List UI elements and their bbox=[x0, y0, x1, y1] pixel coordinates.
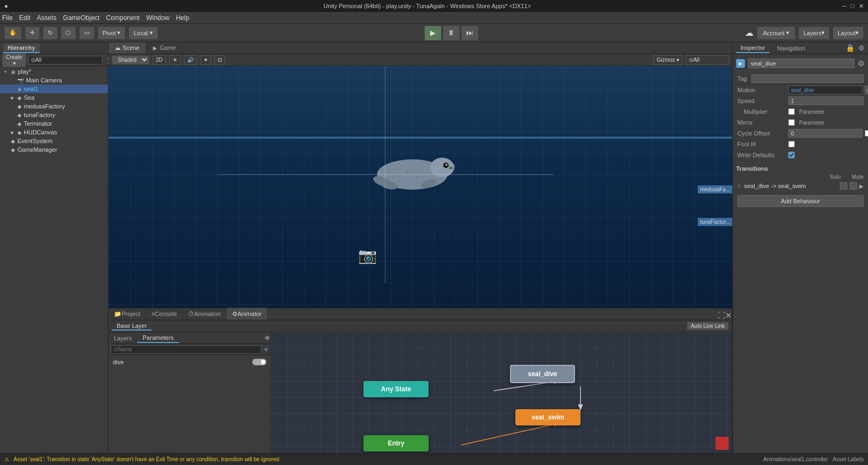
close-btn[interactable]: ✕ bbox=[859, 3, 864, 10]
pause-button[interactable]: ⏸ bbox=[443, 25, 460, 41]
sidebar-tabs: Layers Parameters 👁 bbox=[108, 332, 271, 344]
inspector-name-field[interactable] bbox=[748, 59, 854, 68]
write-defaults-checkbox[interactable] bbox=[788, 152, 795, 158]
animator-graph[interactable]: Any State Entry seal_dive bbox=[271, 332, 732, 453]
scene-extras-btn[interactable]: ⊡ bbox=[214, 55, 225, 65]
layers-tab[interactable]: Layers bbox=[108, 334, 137, 343]
mute-btn-1[interactable] bbox=[850, 182, 857, 190]
hierarchy-item-eventsystem[interactable]: ◈ EventSystem bbox=[0, 137, 108, 145]
shading-dropdown[interactable]: Shaded bbox=[112, 55, 149, 64]
tuna-icon: ◈ bbox=[17, 112, 22, 118]
console-tab[interactable]: ≡ Console bbox=[146, 308, 183, 320]
hierarchy-item-tunafactory[interactable]: ◈ tunaFactory bbox=[0, 111, 108, 119]
menu-file[interactable]: File bbox=[2, 14, 12, 22]
speed-value-field[interactable] bbox=[788, 96, 864, 105]
menu-component[interactable]: Component bbox=[106, 14, 139, 22]
entry-node[interactable]: Entry bbox=[363, 435, 429, 451]
hierarchy-item-sea[interactable]: ▶ ◈ Sea bbox=[0, 93, 108, 102]
menu-gameobject[interactable]: GameObject bbox=[63, 14, 99, 22]
hierarchy-create-btn[interactable]: Create ▾ bbox=[2, 53, 26, 67]
params-add-btn[interactable]: + bbox=[264, 345, 269, 354]
exit-node[interactable] bbox=[716, 437, 729, 450]
transition-name-1[interactable]: seal_dive -> seal_swim bbox=[744, 183, 838, 189]
inspector-obj-settings-btn[interactable]: ⚙ bbox=[858, 59, 865, 68]
minimize-btn[interactable]: ─ bbox=[843, 3, 847, 10]
tag-value-field[interactable] bbox=[751, 74, 864, 83]
account-label: Account bbox=[763, 30, 784, 36]
inspector-tab[interactable]: Inspector bbox=[736, 43, 769, 53]
hierarchy-search-input[interactable] bbox=[28, 56, 103, 64]
auto-live-link-btn[interactable]: Auto Live Link bbox=[687, 322, 729, 330]
param-dive-toggle[interactable] bbox=[252, 359, 266, 365]
hierarchy-item-seal1[interactable]: ◈ seal1 bbox=[0, 85, 108, 93]
local-btn[interactable]: Local ▾ bbox=[129, 27, 157, 40]
layers-button[interactable]: Layers ▾ bbox=[799, 27, 829, 40]
hierarchy-item-play[interactable]: ▾ ◉ play* bbox=[0, 67, 108, 76]
pivot-btn[interactable]: Pivot ▾ bbox=[98, 27, 125, 40]
any-state-node[interactable]: Any State bbox=[363, 381, 429, 397]
pivot-label: Pivot bbox=[103, 30, 116, 36]
audio-btn[interactable]: 🔊 bbox=[184, 55, 197, 65]
menu-window[interactable]: Window bbox=[146, 14, 169, 22]
move-tool-btn[interactable]: ✛ bbox=[25, 27, 40, 40]
project-tab[interactable]: 📁 Project bbox=[108, 308, 146, 320]
menu-help[interactable]: Help bbox=[176, 14, 189, 22]
cycle-offset-field[interactable] bbox=[788, 129, 863, 138]
animator-sidebar: Layers Parameters 👁 + dive bbox=[108, 332, 271, 453]
inspector-settings-btn[interactable]: ⚙ bbox=[858, 44, 865, 52]
rect-tool-btn[interactable]: ▭ bbox=[79, 27, 94, 40]
scene-tab[interactable]: ⛰ Scene bbox=[108, 42, 146, 54]
lighting-btn[interactable]: ☀ bbox=[169, 55, 181, 65]
scale-tool-btn[interactable]: ⬡ bbox=[61, 27, 76, 40]
game-tab[interactable]: ▶ Game bbox=[146, 42, 183, 54]
mute-header-label: Mute bbox=[852, 174, 864, 180]
hierarchy-item-hudcanvas[interactable]: ▶ ◈ HUDCanvas bbox=[0, 128, 108, 137]
gizmos-btn[interactable]: Gizmos ▾ bbox=[653, 55, 682, 65]
2d-btn[interactable]: 2D bbox=[152, 55, 166, 65]
animator-graph-container[interactable]: Any State Entry seal_dive bbox=[271, 332, 732, 453]
seal-swim-node[interactable]: seal_swim bbox=[515, 409, 580, 425]
menu-assets[interactable]: Assets bbox=[37, 14, 56, 22]
solo-btn-1[interactable] bbox=[840, 182, 847, 190]
mirror-checkbox[interactable] bbox=[788, 119, 795, 126]
multiplier-checkbox[interactable] bbox=[788, 108, 795, 115]
hierarchy-item-medusafactory[interactable]: ◈ medusaFactory bbox=[0, 102, 108, 111]
rotate-tool-btn[interactable]: ↻ bbox=[43, 27, 58, 40]
account-button[interactable]: Account ▾ bbox=[757, 27, 795, 40]
add-behaviour-btn[interactable]: Add Behaviour bbox=[737, 195, 864, 207]
panel-close-btn[interactable]: ✕ bbox=[725, 311, 732, 320]
params-search-input[interactable] bbox=[111, 345, 261, 354]
step-button[interactable]: ⏭ bbox=[461, 25, 478, 41]
inspector-tag-row: Tag bbox=[735, 73, 866, 85]
inspector-lock-btn[interactable]: 🔒 bbox=[846, 44, 855, 52]
inspector-cycle-row: Cycle Offset Parameter bbox=[735, 128, 866, 139]
hierarchy-tab[interactable]: Hierarchy bbox=[3, 43, 40, 53]
hierarchy-item-gamemanager[interactable]: ◈ GameManager bbox=[0, 145, 108, 154]
animator-tab[interactable]: ⚙ Animator bbox=[227, 308, 267, 320]
hierarchy-item-main-camera[interactable]: 📷 Main Camera bbox=[0, 76, 108, 85]
parameters-tab[interactable]: Parameters bbox=[137, 333, 179, 343]
foot-ik-checkbox[interactable] bbox=[788, 141, 795, 147]
visibility-toggle-btn[interactable]: 👁 bbox=[264, 334, 271, 342]
effects-btn[interactable]: ✦ bbox=[200, 55, 211, 65]
animation-tab[interactable]: ⏱ Animation bbox=[183, 308, 227, 320]
navigation-tab[interactable]: Navigation bbox=[773, 44, 809, 53]
scene-search-input[interactable] bbox=[686, 55, 729, 65]
maximize-btn[interactable]: □ bbox=[851, 3, 854, 10]
motion-value-field[interactable] bbox=[788, 86, 863, 94]
layout-button[interactable]: Layout ▾ bbox=[833, 27, 864, 40]
scene-view[interactable]: 📷 medusaFa... tunaFactor... bbox=[108, 66, 732, 308]
play-button[interactable]: ▶ bbox=[424, 25, 442, 41]
params-content: dive bbox=[108, 355, 271, 453]
panel-maximize-btn[interactable]: ⛶ bbox=[718, 311, 725, 320]
seal-dive-node[interactable]: seal_dive bbox=[510, 365, 575, 383]
base-layer-tab[interactable]: Base Layer bbox=[112, 321, 152, 331]
cloud-icon[interactable]: ☁ bbox=[745, 28, 754, 38]
game-icon: ▶ bbox=[153, 45, 157, 51]
cycle-checkbox[interactable] bbox=[865, 130, 868, 137]
hand-tool-btn[interactable]: ✋ bbox=[4, 27, 22, 40]
motion-pick-btn[interactable]: ◎ bbox=[865, 86, 868, 94]
hierarchy-item-terminator[interactable]: ◈ Terminator bbox=[0, 119, 108, 128]
menu-edit[interactable]: Edit bbox=[19, 14, 30, 22]
transition-expand-btn[interactable]: ▶ bbox=[859, 183, 864, 189]
